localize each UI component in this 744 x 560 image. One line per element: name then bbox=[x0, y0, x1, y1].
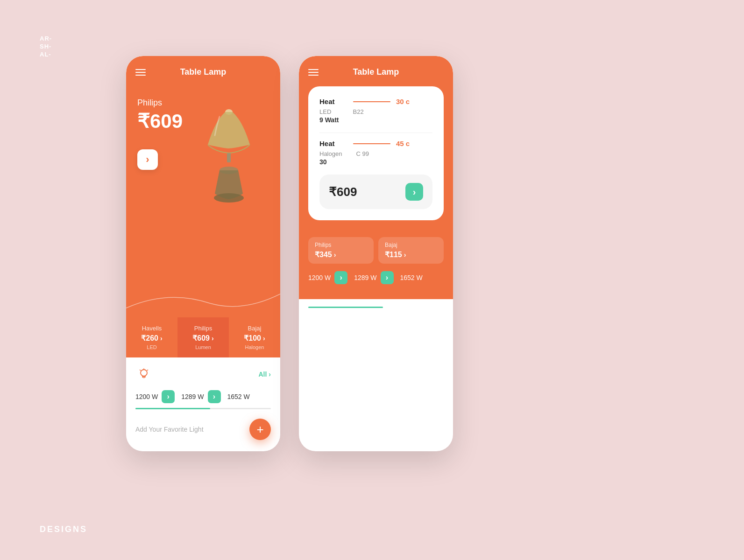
add-fav-button[interactable] bbox=[249, 419, 271, 440]
spec-bar-1 bbox=[353, 101, 390, 102]
comp-havells-type: LED bbox=[131, 344, 173, 350]
spec-sub-b22: B22 bbox=[353, 108, 363, 115]
spec-sub-watt-2: 30 bbox=[319, 158, 327, 166]
svg-line-8 bbox=[147, 370, 148, 371]
comp-bajaj-brand: Bajaj bbox=[234, 325, 276, 332]
comp-philips-price: ₹609 › bbox=[182, 334, 224, 343]
watt-item-2: 1289 W bbox=[181, 390, 220, 403]
s2-watt-label-2: 1289 W bbox=[354, 274, 376, 281]
spec-row-2: Heat 45 c Halogen 30 C 99 bbox=[319, 140, 432, 166]
svg-point-4 bbox=[141, 370, 147, 376]
watt-item-1: 1200 W bbox=[135, 390, 175, 403]
brand-logo: AR-SH-AL- bbox=[40, 35, 52, 59]
brand-bajaj-item[interactable]: Bajaj ₹115 › bbox=[378, 237, 444, 264]
price-action-value: ₹609 bbox=[329, 185, 357, 199]
spec-value-2: 45 c bbox=[396, 140, 410, 147]
spec-sub-watt-1: 9 Watt bbox=[319, 116, 339, 124]
spec-sub-c99: C 99 bbox=[356, 150, 368, 157]
spec-label-1: Heat bbox=[319, 98, 347, 105]
screen2-title: Table Lamp bbox=[353, 67, 399, 77]
screen1-header: Table Lamp bbox=[126, 56, 280, 77]
comp-havells-brand: Havells bbox=[131, 325, 173, 332]
spec-value-1: 30 c bbox=[396, 98, 410, 105]
comp-havells-price: ₹260 › bbox=[131, 334, 173, 343]
brand-philips-item[interactable]: Philips ₹345 › bbox=[308, 237, 374, 264]
comparison-bar: Havells ₹260 › LED Philips ₹609 › Lumen … bbox=[126, 317, 280, 357]
s2-watt-label-3: 1652 W bbox=[400, 274, 423, 281]
bp-philips-price: ₹345 › bbox=[315, 250, 367, 259]
watt-row: 1200 W 1289 W 1652 W bbox=[135, 390, 271, 403]
watt-item-3: 1652 W bbox=[227, 393, 250, 400]
screen1-phone: Table Lamp Philips ₹609 bbox=[126, 56, 280, 451]
details-card: Heat 30 c LED 9 Watt B22 bbox=[308, 86, 444, 220]
s2-watt-btn-2[interactable] bbox=[381, 271, 394, 284]
comp-philips-brand: Philips bbox=[182, 325, 224, 332]
comp-bajaj-type: Halogen bbox=[234, 344, 276, 350]
product-price: ₹609 bbox=[137, 110, 183, 133]
designs-label: DESIGNS bbox=[40, 525, 87, 534]
screen2-header: Table Lamp bbox=[308, 67, 444, 77]
s2-watt-item-3: 1652 W bbox=[400, 274, 423, 281]
comp-bajaj[interactable]: Bajaj ₹100 › Halogen bbox=[229, 317, 280, 357]
spec-details-2: Halogen 30 C 99 bbox=[319, 149, 432, 166]
bulb-icon bbox=[135, 366, 152, 383]
lamp-image bbox=[177, 75, 280, 215]
screen1-hero: Table Lamp Philips ₹609 bbox=[126, 56, 280, 317]
spec-label-row-2: Heat 45 c bbox=[319, 140, 432, 147]
screen2-phone: Table Lamp Heat 30 c LED 9 Watt bbox=[299, 56, 453, 451]
add-fav-row: Add Your Favorite Light bbox=[135, 419, 271, 440]
spec-bar-2 bbox=[353, 143, 390, 144]
brand-price-row: Philips ₹345 › Bajaj ₹115 › bbox=[308, 237, 444, 264]
hamburger-icon[interactable] bbox=[135, 69, 146, 76]
add-fav-text: Add Your Favorite Light bbox=[135, 426, 204, 433]
bp-bajaj-price: ₹115 › bbox=[385, 250, 437, 259]
svg-rect-1 bbox=[227, 153, 231, 162]
screen2-bottom-white bbox=[299, 299, 453, 317]
progress-fill bbox=[135, 408, 210, 409]
divider bbox=[319, 133, 432, 133]
screen2-hamburger[interactable] bbox=[308, 69, 319, 76]
spec-sub-halogen: Halogen bbox=[319, 150, 342, 157]
s2-watt-item-1: 1200 W bbox=[308, 271, 347, 284]
product-arrow-button[interactable] bbox=[137, 149, 158, 170]
screen2-top: Table Lamp Heat 30 c LED 9 Watt bbox=[299, 56, 453, 230]
comp-philips-type: Lumen bbox=[182, 344, 224, 350]
watt-label-2: 1289 W bbox=[181, 393, 204, 400]
screen2-bottom-orange: Philips ₹345 › Bajaj ₹115 › 1200 W 1289 … bbox=[299, 230, 453, 299]
bp-philips-brand: Philips bbox=[315, 242, 367, 248]
bottom-header: All › bbox=[135, 366, 271, 383]
watt-btn-1[interactable] bbox=[162, 390, 175, 403]
progress-bar bbox=[135, 408, 271, 409]
bp-bajaj-brand: Bajaj bbox=[385, 242, 437, 248]
s2-watt-label-1: 1200 W bbox=[308, 274, 331, 281]
spec-sub-led: LED bbox=[319, 108, 331, 115]
watt-label-3: 1652 W bbox=[227, 393, 250, 400]
screen1-bottom: All › 1200 W 1289 W 1652 W bbox=[126, 357, 280, 451]
comp-havells[interactable]: Havells ₹260 › LED bbox=[126, 317, 177, 357]
spec-row-1: Heat 30 c LED 9 Watt B22 bbox=[319, 98, 432, 124]
s2-progress-bar bbox=[308, 307, 444, 308]
price-action-button[interactable] bbox=[405, 183, 423, 201]
price-action-card: ₹609 bbox=[319, 175, 432, 209]
spec-details-1: LED 9 Watt B22 bbox=[319, 107, 432, 124]
comp-bajaj-price: ₹100 › bbox=[234, 334, 276, 343]
svg-point-3 bbox=[214, 193, 244, 203]
watt-label-1: 1200 W bbox=[135, 393, 158, 400]
screens-container: Table Lamp Philips ₹609 bbox=[126, 56, 453, 451]
s2-progress-fill bbox=[308, 307, 383, 308]
spec-label-row-1: Heat 30 c bbox=[319, 98, 432, 105]
spec-label-2: Heat bbox=[319, 140, 347, 147]
s2-watt-btn-1[interactable] bbox=[334, 271, 347, 284]
svg-line-7 bbox=[140, 370, 141, 371]
all-label: All bbox=[258, 371, 267, 378]
watt-btn-2[interactable] bbox=[208, 390, 221, 403]
comp-philips[interactable]: Philips ₹609 › Lumen bbox=[177, 317, 229, 357]
screen2-watt-row: 1200 W 1289 W 1652 W bbox=[308, 271, 444, 292]
all-arrow: › bbox=[269, 371, 271, 378]
all-link[interactable]: All › bbox=[258, 371, 271, 378]
product-brand: Philips bbox=[137, 98, 183, 108]
s2-watt-item-2: 1289 W bbox=[354, 271, 393, 284]
product-info: Philips ₹609 bbox=[137, 98, 183, 133]
